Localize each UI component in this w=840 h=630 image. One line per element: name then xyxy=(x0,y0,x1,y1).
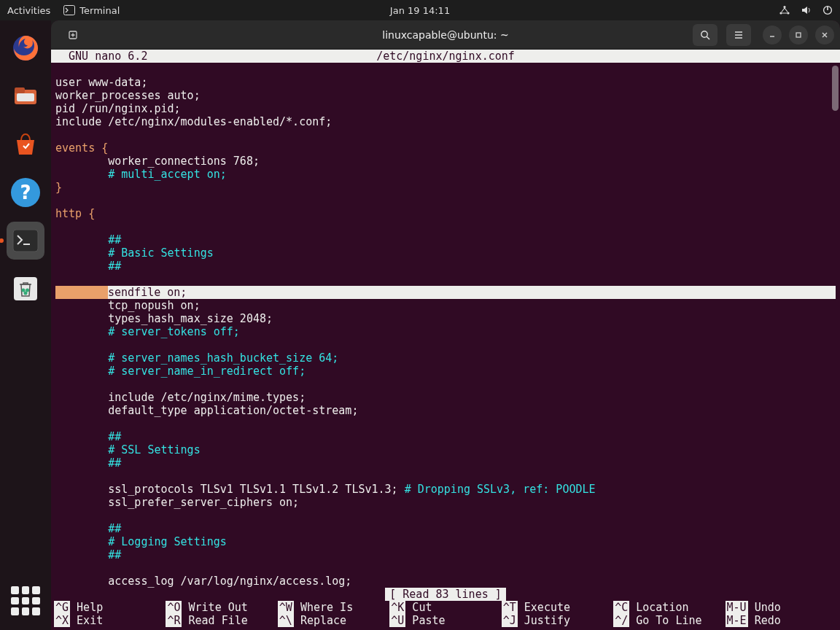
svg-point-17 xyxy=(24,292,28,295)
terminal-icon xyxy=(63,5,75,15)
svg-rect-12 xyxy=(13,230,38,252)
code-line: ## xyxy=(55,260,121,273)
code-line: tcp_nopush on; xyxy=(55,299,201,312)
shortcut-cut: ^K Cut xyxy=(389,601,501,614)
focused-app-menu[interactable]: Terminal xyxy=(63,5,120,16)
shortcut-paste: ^U Paste xyxy=(389,614,501,627)
code-line: # server_name_in_redirect off; xyxy=(55,365,306,378)
new-tab-button[interactable] xyxy=(61,24,86,46)
code-line: pid /run/nginx.pid; xyxy=(55,102,181,115)
svg-point-21 xyxy=(701,31,707,36)
scrollbar-thumb[interactable] xyxy=(832,66,839,111)
shortcut-whereis: ^W Where Is xyxy=(278,601,389,614)
svg-point-1 xyxy=(783,6,785,8)
shortcut-undo: M-U Undo xyxy=(726,601,837,614)
dock-software[interactable] xyxy=(7,125,44,163)
svg-point-2 xyxy=(779,12,782,14)
code-line: # Basic Settings xyxy=(55,246,214,260)
search-button[interactable] xyxy=(693,24,718,46)
dock-trash[interactable] xyxy=(7,270,44,308)
network-icon[interactable] xyxy=(779,5,790,15)
shortcut-goto: ^/ Go To Line xyxy=(613,614,725,627)
code-line: ssl_prefer_server_ciphers on; xyxy=(55,496,299,509)
code-line: } xyxy=(55,181,62,194)
nano-shortcuts: ^G Help ^O Write Out ^W Where Is ^K Cut … xyxy=(51,601,840,630)
code-line: ## xyxy=(55,522,121,535)
dock: ? xyxy=(0,20,51,630)
nano-header: GNU nano 6.2 /etc/nginx/nginx.conf xyxy=(51,50,840,63)
clock[interactable]: Jan 19 14:11 xyxy=(390,5,450,16)
svg-point-15 xyxy=(22,289,26,292)
focused-app-label: Terminal xyxy=(79,5,120,16)
shortcut-replace: ^\ Replace xyxy=(278,614,389,627)
code-line: worker_connections 768; xyxy=(55,155,260,168)
code-line: types_hash_max_size 2048; xyxy=(55,312,273,325)
code-line: ## xyxy=(55,233,121,246)
svg-text:?: ? xyxy=(20,182,31,203)
nano-status: [ Read 83 lines ] xyxy=(51,588,840,601)
power-icon[interactable] xyxy=(822,5,833,15)
shortcut-readfile: ^R Read File xyxy=(166,614,277,627)
shortcut-justify: ^J Justify xyxy=(502,614,613,627)
show-applications[interactable] xyxy=(11,586,40,615)
shortcut-location: ^C Location xyxy=(613,601,725,614)
code-line: events { xyxy=(55,141,108,155)
svg-rect-14 xyxy=(14,277,37,300)
svg-line-22 xyxy=(707,36,709,39)
code-line: # SSL Settings xyxy=(55,443,201,456)
shortcut-writeout: ^O Write Out xyxy=(166,601,277,614)
dock-terminal[interactable] xyxy=(7,222,44,260)
code-line: ## xyxy=(55,430,121,443)
code-line: # server_tokens off; xyxy=(55,325,240,338)
code-line: worker_processes auto; xyxy=(55,89,201,102)
svg-rect-8 xyxy=(15,88,25,93)
code-line: user www-data; xyxy=(55,76,147,89)
window-close[interactable] xyxy=(815,26,834,44)
shortcut-execute: ^T Execute xyxy=(502,601,613,614)
gnome-top-panel: Activities Terminal Jan 19 14:11 xyxy=(0,0,840,20)
nano-code-area[interactable]: user www-data; worker_processes auto; pi… xyxy=(51,63,840,588)
hamburger-menu[interactable] xyxy=(726,24,751,46)
svg-rect-0 xyxy=(64,6,75,15)
shortcut-redo: M-E Redo xyxy=(726,614,837,627)
dock-help[interactable]: ? xyxy=(7,174,44,211)
code-line: access_log /var/log/nginx/access.log; xyxy=(55,575,351,588)
code-line: # server_names_hash_bucket_size 64; xyxy=(55,351,338,365)
nano-version: GNU nano 6.2 xyxy=(55,50,147,63)
code-highlight-line: sendfile on; xyxy=(55,286,836,299)
shortcut-exit: ^X Exit xyxy=(54,614,166,627)
nano-filename: /etc/nginx/nginx.conf xyxy=(376,50,515,63)
code-line: http { xyxy=(55,207,95,220)
svg-rect-9 xyxy=(17,93,34,101)
volume-icon[interactable] xyxy=(801,5,812,15)
code-line: ## xyxy=(55,548,121,561)
code-line: ssl_protocols TLSv1 TLSv1.1 TLSv1.2 TLSv… xyxy=(55,483,596,496)
dock-files[interactable] xyxy=(7,77,44,115)
shortcut-help: ^G Help xyxy=(54,601,166,614)
nano-editor[interactable]: GNU nano 6.2 /etc/nginx/nginx.conf user … xyxy=(51,50,840,630)
code-line: ## xyxy=(55,456,121,470)
code-line: include /etc/nginx/modules-enabled/*.con… xyxy=(55,115,332,128)
window-minimize[interactable] xyxy=(763,26,782,44)
code-line: # Logging Settings xyxy=(55,535,227,548)
svg-rect-27 xyxy=(796,33,801,37)
svg-point-3 xyxy=(787,12,789,14)
activities-button[interactable]: Activities xyxy=(7,5,50,16)
code-line: include /etc/nginx/mime.types; xyxy=(55,391,306,404)
window-title: linuxcapable@ubuntu: ~ xyxy=(382,29,508,41)
window-titlebar[interactable]: linuxcapable@ubuntu: ~ xyxy=(51,20,840,50)
window-maximize[interactable] xyxy=(789,26,808,44)
terminal-window: linuxcapable@ubuntu: ~ GNU nano 6.2 /etc… xyxy=(51,20,840,630)
code-line: # multi_accept on; xyxy=(55,168,227,181)
code-line: default_type application/octet-stream; xyxy=(55,404,358,417)
dock-firefox[interactable] xyxy=(7,29,44,67)
